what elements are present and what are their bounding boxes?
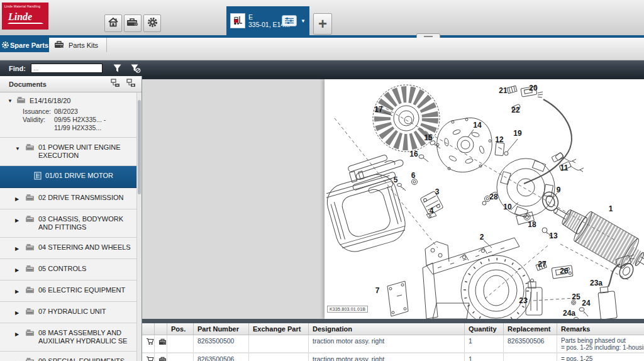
part-callout-3[interactable]: 3 — [435, 187, 440, 196]
part-callout-15[interactable]: 15 — [424, 133, 433, 142]
part-callout-22[interactable]: 22 — [511, 106, 520, 114]
cell-remarks: = pos. 1-25 — [557, 353, 644, 361]
tree-item[interactable]: ▶ 02 DRIVE TRANSMISSION — [0, 188, 137, 209]
col-pos[interactable]: Pos. — [167, 323, 194, 335]
tab-parts-kits[interactable]: Parts Kits — [49, 38, 107, 52]
part-callout-1[interactable]: 1 — [609, 204, 613, 213]
sidebar-scrollbar[interactable] — [136, 92, 142, 361]
cell-replacement[interactable]: 8263500506 — [504, 335, 557, 352]
tree-item[interactable]: ▶ 08 MAST ASSEMBLY AND AUXILIARY HYDRAUL… — [0, 323, 137, 352]
tree-arrow-icon[interactable]: ▶ — [15, 265, 21, 274]
tree-arrow-icon[interactable] — [24, 172, 30, 173]
tree-arrow-icon[interactable]: ▼ — [15, 143, 21, 153]
parts-table-panel: Pos. Part Number Exchange Part Designati… — [142, 319, 644, 361]
drawing-viewer[interactable]: 1715161421202212191192810181312272623252… — [142, 76, 644, 319]
part-callout-18[interactable]: 18 — [528, 220, 536, 229]
part-callout-24[interactable]: 24 — [582, 299, 591, 308]
tree-arrow-icon[interactable]: ▶ — [15, 215, 21, 225]
document-tab[interactable]: E 335-01, E14... ▼ — [226, 6, 309, 35]
part-callout-27[interactable]: 27 — [538, 260, 547, 269]
col-quantity[interactable]: Quantity — [465, 323, 504, 335]
main-toolbar — [104, 14, 161, 32]
tab-dropdown-icon[interactable]: ▼ — [301, 18, 306, 24]
tree-item[interactable]: ▶ 04 STEERING AND WHEELS — [0, 238, 137, 259]
part-callout-5[interactable]: 5 — [394, 175, 398, 184]
part-callout-2[interactable]: 2 — [480, 233, 484, 242]
col-remarks[interactable]: Remarks — [557, 323, 644, 335]
tab-title: E 335-01, E14... — [248, 13, 279, 28]
part-callout-26[interactable]: 26 — [560, 267, 569, 275]
panel-divider[interactable] — [142, 319, 644, 323]
part-callout-23a[interactable]: 23a — [590, 279, 602, 287]
tree-arrow-icon[interactable]: ▶ — [15, 357, 21, 361]
tree-item[interactable]: ▶ 06 ELECTRIC EQUIPMENT — [0, 280, 137, 302]
part-callout-19[interactable]: 19 — [513, 129, 522, 138]
tree-arrow-icon[interactable]: ▶ — [15, 243, 21, 253]
cell-exchange-part — [249, 335, 309, 352]
cell-exchange-part — [249, 353, 309, 361]
find-input[interactable] — [31, 64, 103, 73]
parts-table-header: Pos. Part Number Exchange Part Designati… — [142, 323, 644, 335]
home-button[interactable] — [104, 14, 122, 32]
tree-item[interactable]: ▶ 09 SPECIAL EQUIPMENTS — [0, 352, 137, 361]
tree-item[interactable]: ▶ 03 CHASSIS, BODYWORK AND FITTINGS — [0, 209, 137, 238]
parts-manager-button[interactable] — [124, 14, 142, 32]
table-row[interactable]: 8263500500 traction motor assy. right 1 … — [142, 335, 644, 353]
cell-replacement[interactable] — [504, 353, 557, 361]
part-callout-13[interactable]: 13 — [549, 231, 558, 240]
apply-filter-button[interactable] — [113, 64, 122, 73]
new-tab-button[interactable]: + — [313, 13, 332, 35]
part-callout-28[interactable]: 28 — [489, 192, 498, 201]
tree-item[interactable]: ▼ 01 POWER UNIT ENGINE EXECUTION — [0, 138, 137, 166]
part-callout-23[interactable]: 23 — [519, 296, 528, 305]
part-callout-24a[interactable]: 24a — [563, 309, 575, 318]
tab-spare-parts[interactable]: Spare Parts — [0, 38, 49, 52]
tree-arrow-icon[interactable]: ▶ — [15, 194, 21, 203]
part-callout-14[interactable]: 14 — [473, 121, 482, 130]
tab-title-line2: 335-01, E14... — [248, 21, 279, 28]
part-callout-16[interactable]: 16 — [409, 150, 418, 158]
cell-part-number[interactable]: 8263500500 — [194, 335, 249, 352]
tree-item-label: 03 CHASSIS, BODYWORK AND FITTINGS — [38, 215, 132, 231]
clear-filter-button[interactable] — [130, 64, 142, 74]
tree-collapse-all-button[interactable] — [110, 79, 121, 89]
tree-arrow-icon[interactable]: ▼ — [8, 98, 13, 104]
cell-remarks: Parts being phased out= pos. 1-25 includ… — [557, 335, 644, 352]
tree-root-item[interactable]: ▼ E14/16/18/20 — [0, 92, 137, 106]
col-part-number[interactable]: Part Number — [194, 323, 249, 335]
tree-arrow-icon[interactable]: ▶ — [15, 286, 21, 296]
plus-icon: + — [318, 18, 327, 30]
tab-filter-button[interactable] — [282, 15, 297, 26]
part-callout-10[interactable]: 10 — [503, 203, 512, 211]
col-replacement[interactable]: Replacement — [504, 323, 557, 335]
part-callout-12[interactable]: 12 — [495, 135, 504, 144]
cell-part-number[interactable]: 8263500506 — [194, 353, 249, 361]
part-callout-21[interactable]: 21 — [499, 86, 508, 95]
tree-item[interactable]: ▶ 07 HYDRAULIC UNIT — [0, 302, 137, 323]
tree-item[interactable]: ▶ 05 CONTROLS — [0, 259, 137, 280]
part-callout-4[interactable]: 4 — [430, 206, 434, 215]
part-callout-17[interactable]: 17 — [374, 105, 383, 114]
add-to-kit-button[interactable] — [155, 353, 167, 361]
col-designation[interactable]: Designation — [309, 323, 465, 335]
part-callout-25[interactable]: 25 — [572, 292, 580, 301]
part-callout-6[interactable]: 6 — [411, 171, 416, 180]
table-row[interactable]: 8263500506 traction motor assy. right 1 … — [142, 353, 644, 361]
add-to-kit-button[interactable] — [155, 335, 167, 352]
part-callout-7[interactable]: 7 — [375, 286, 380, 295]
part-callout-20[interactable]: 20 — [529, 84, 538, 92]
settings-button[interactable] — [143, 14, 161, 32]
home-icon — [108, 17, 119, 30]
tree-arrow-icon[interactable]: ▶ — [15, 308, 21, 317]
add-to-cart-button[interactable] — [142, 353, 155, 361]
tree-arrow-icon[interactable]: ▶ — [15, 329, 21, 338]
scrollbar-thumb[interactable] — [138, 100, 141, 194]
brand-tagline: Linde Material Handling — [4, 4, 46, 8]
part-callout-11[interactable]: 11 — [560, 164, 569, 172]
col-exchange-part[interactable]: Exchange Part — [249, 323, 309, 335]
add-to-cart-button[interactable] — [142, 335, 155, 352]
funnel-off-icon — [130, 64, 142, 74]
tree-item[interactable]: 01/01 DRIVE MOTOR — [0, 166, 137, 188]
part-callout-9[interactable]: 9 — [557, 186, 561, 194]
tree-expand-all-button[interactable] — [126, 79, 136, 89]
